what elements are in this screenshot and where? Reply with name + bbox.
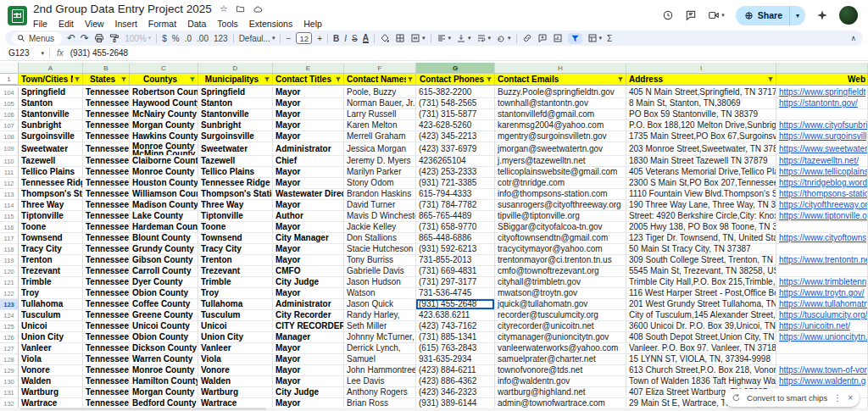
cell-county[interactable]: Coffee County: [130, 299, 198, 310]
cell-email[interactable]: mwatson@troytn.gov: [495, 288, 626, 299]
cell-state[interactable]: Tennessee: [83, 321, 130, 332]
cell-phone[interactable]: 865-765-4489: [416, 211, 495, 222]
filter-header-cell[interactable]: States: [83, 74, 130, 85]
cell-phone[interactable]: (731) 784-7782: [416, 200, 495, 211]
cell-website[interactable]: [776, 109, 868, 120]
cell-town[interactable]: Sunbright: [19, 120, 83, 131]
cell-title[interactable]: Mayor: [273, 255, 344, 266]
cell-address[interactable]: 408 South Depot Street,Union City, TN 38…: [626, 332, 776, 343]
cell-phone[interactable]: (615) 763-2843: [416, 343, 495, 354]
menu-format[interactable]: Format: [148, 19, 176, 29]
decrease-font-button[interactable]: −: [286, 34, 291, 43]
cell-website[interactable]: https://www.tiptonville.o: [776, 211, 868, 222]
cell-title[interactable]: Mayor: [273, 87, 344, 98]
row-number[interactable]: 128: [0, 354, 19, 365]
cell-email[interactable]: townofvonore@tds.net: [495, 365, 626, 376]
cell-name[interactable]: Karen Melton: [344, 120, 416, 131]
cell-state[interactable]: Tennessee: [83, 142, 130, 156]
cell-address[interactable]: 203 Monroe Street,Sweetwater, TN 37874: [626, 142, 776, 156]
version-history-icon[interactable]: [662, 9, 674, 21]
cell-website[interactable]: https://www.springfieldt: [776, 87, 868, 98]
number-format-button[interactable]: 123: [214, 34, 228, 43]
cell-name[interactable]: Jeremy D. Myers: [344, 156, 416, 167]
cell-website[interactable]: https://www.surgoinsvill: [776, 131, 868, 142]
cell-state[interactable]: Tennessee: [83, 299, 130, 310]
row-number[interactable]: 113: [0, 189, 19, 200]
horizontal-scrollbar[interactable]: [0, 408, 868, 411]
cell-website[interactable]: https://tazewelltn.net/: [776, 156, 868, 167]
row-number[interactable]: 130: [0, 376, 19, 387]
cell-name[interactable]: Stony Odom: [344, 178, 416, 189]
cell-title[interactable]: Mayor: [273, 200, 344, 211]
cell-email[interactable]: recorder@tusculumcity.org: [495, 310, 626, 321]
cell-email[interactable]: samuelprater@charter.net: [495, 354, 626, 365]
cell-municipality[interactable]: Tullahoma: [198, 299, 273, 310]
menu-view[interactable]: View: [85, 19, 104, 29]
cell-state[interactable]: Tennessee: [83, 255, 130, 266]
strikethrough-button[interactable]: S: [352, 34, 358, 43]
row-number[interactable]: 104: [0, 87, 19, 98]
cell-county[interactable]: Haywood County: [130, 98, 198, 109]
cell-phone[interactable]: (931) 721-3385: [416, 178, 495, 189]
insert-link-button[interactable]: [522, 33, 532, 43]
text-wrap-button[interactable]: ▾: [476, 33, 492, 43]
cell-address[interactable]: 405 Veterans Memorial Drive,Tellico Plai…: [626, 167, 776, 178]
paint-format-button[interactable]: [109, 33, 120, 43]
select-all-corner[interactable]: [0, 63, 19, 74]
cell-email[interactable]: SBiggar@cityofalcoa-tn.gov: [495, 222, 626, 233]
cell-town[interactable]: Troy: [19, 288, 83, 299]
cell-address[interactable]: Street: 4920 Berkshire Circle,City: Knox…: [626, 211, 776, 222]
cell-town[interactable]: Vanleer: [19, 343, 83, 354]
cell-name[interactable]: Samuel: [344, 354, 416, 365]
cell-state[interactable]: Tennessee: [83, 87, 130, 98]
website-link[interactable]: https://www.tullahomatn: [779, 299, 867, 309]
gemini-sparkle-icon[interactable]: [816, 9, 828, 21]
cell-town[interactable]: Townsend: [19, 233, 83, 244]
menu-insert[interactable]: Insert: [115, 19, 137, 29]
cell-town[interactable]: Springfield: [19, 87, 83, 98]
website-link[interactable]: https://cityofthreeway.or: [779, 200, 867, 210]
cell-title[interactable]: CITY RECORDER: [273, 321, 344, 332]
cell-county[interactable]: Hawkins County: [130, 131, 198, 142]
cell-town[interactable]: Tazewell: [19, 156, 83, 167]
filter-header-cell[interactable]: Municipalitys: [198, 74, 273, 85]
cell-county[interactable]: Obion County: [130, 332, 198, 343]
cell-address[interactable]: 3600 Unicoi Dr. P.O. Box 39,Unicoi, TN 3…: [626, 321, 776, 332]
cell-website[interactable]: https://www.tullahomatn: [776, 299, 868, 310]
cell-website[interactable]: https://stantontn.gov/: [776, 98, 868, 109]
text-rotation-button[interactable]: ▾: [496, 33, 511, 43]
table-views-button[interactable]: ▾: [587, 33, 603, 43]
cell-municipality[interactable]: Stantonville: [198, 109, 273, 120]
cell-address[interactable]: 116 West Harper Street - Post,Office Box…: [626, 288, 776, 299]
bold-button[interactable]: B: [333, 34, 339, 43]
cell-phone[interactable]: (731) 548-2565: [416, 98, 495, 109]
cell-phone[interactable]: 4236265104: [416, 156, 495, 167]
cell-website[interactable]: https://thompsons-statio: [776, 189, 868, 200]
cell-municipality[interactable]: Sweetwater: [198, 142, 273, 156]
cell-name[interactable]: Lee Davis: [344, 376, 416, 387]
cell-phone[interactable]: 615-794-4333: [416, 189, 495, 200]
redo-button[interactable]: ↷: [81, 32, 89, 44]
share-dropdown[interactable]: ▾: [790, 12, 805, 19]
more-options-icon[interactable]: ⋮: [833, 393, 842, 403]
cell-website[interactable]: https://unicoitn.net/: [776, 321, 868, 332]
filter-header-cell[interactable]: Countys: [130, 74, 198, 85]
cell-address[interactable]: 1735 Main Street,PO Box 67,Surgoinsville…: [626, 131, 776, 142]
cell-title[interactable]: City Judge: [273, 387, 344, 398]
website-link[interactable]: https://www.cityofsunbri: [779, 120, 867, 131]
cell-phone[interactable]: 931-635-2934: [416, 354, 495, 365]
font-size-input[interactable]: 12: [296, 32, 312, 44]
cell-municipality[interactable]: Tazewell: [198, 156, 273, 167]
cell-name[interactable]: Poole, Buzzy: [344, 87, 416, 98]
cell-state[interactable]: Tennessee: [83, 200, 130, 211]
currency-button[interactable]: $: [162, 34, 167, 43]
cell-email[interactable]: tipville@tiptonville.org: [495, 211, 626, 222]
cell-county[interactable]: Houston County: [130, 178, 198, 189]
cell-email[interactable]: info@waldentn.gov: [495, 376, 626, 387]
cell-county[interactable]: Dyer County: [130, 277, 198, 288]
cell-phone[interactable]: (731) 658-9770: [416, 222, 495, 233]
document-title[interactable]: 2nd Group Data Entry Project 2025: [33, 3, 212, 15]
website-link[interactable]: https://thompsons-statio: [779, 189, 867, 199]
formula-input[interactable]: (931) 455-2648: [70, 48, 128, 58]
cell-email[interactable]: trentonmayor@ci.trenton.tn.us: [495, 255, 626, 266]
